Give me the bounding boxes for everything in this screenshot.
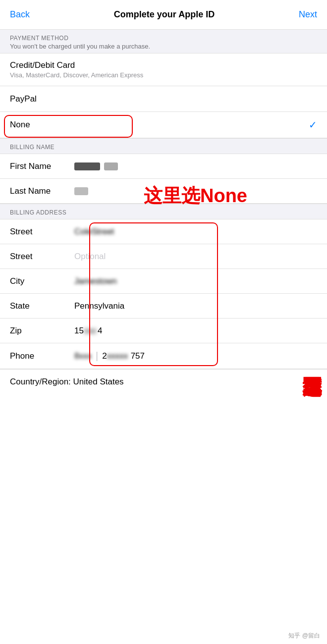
street-1-row[interactable]: Street ColeStreet (0, 219, 327, 244)
country-region-label: Country/Region: United States (10, 377, 124, 387)
payment-method-section-header: PAYMENT METHOD You won't be charged unti… (0, 30, 327, 54)
first-name-blurred-2 (104, 162, 118, 170)
billing-address-section-header: BILLING ADDRESS (0, 204, 327, 219)
phone-value-right: 2xxxxx757 (102, 351, 145, 361)
billing-name-section-header: BILLING NAME (0, 138, 327, 154)
state-label: State (10, 301, 74, 311)
first-name-row[interactable]: First Name (0, 154, 327, 179)
page-title: Complete your Apple ID (114, 9, 215, 20)
street-1-label: Street (10, 227, 74, 237)
payment-method-header-subtitle: You won't be charged until you make a pu… (10, 43, 317, 50)
city-value: Jamestown (74, 276, 117, 286)
zip-value: 15xxx4 (74, 326, 102, 336)
back-button[interactable]: Back (10, 9, 30, 20)
paypal-label: PayPal (10, 94, 37, 104)
zip-row[interactable]: Zip 15xxx4 (0, 319, 327, 343)
last-name-label: Last Name (10, 186, 74, 196)
phone-label: Phone (10, 351, 74, 361)
address-fields-container: Street ColeStreet Street Optional City J… (0, 219, 327, 369)
zip-label: Zip (10, 326, 74, 336)
street-2-row[interactable]: Street Optional (0, 244, 327, 269)
watermark: 知乎 @留白 (288, 632, 320, 640)
first-name-label: First Name (10, 161, 74, 171)
billing-name-title: BILLING NAME (10, 144, 317, 151)
last-name-row[interactable]: Last Name (0, 179, 327, 204)
billing-address-title: BILLING ADDRESS (10, 209, 317, 216)
phone-pipe: | (96, 350, 98, 362)
city-label: City (10, 276, 74, 286)
credit-debit-label: Credit/Debit Card (10, 60, 143, 70)
last-name-blurred (74, 187, 88, 195)
state-row[interactable]: State Pennsylvania (0, 294, 327, 319)
next-button[interactable]: Next (299, 9, 317, 20)
street-2-label: Street (10, 252, 74, 262)
street-1-value: ColeStreet (74, 227, 114, 237)
street-2-placeholder: Optional (74, 252, 106, 262)
city-row[interactable]: City Jamestown (0, 269, 327, 294)
first-name-blurred-1 (74, 162, 100, 170)
payment-option-paypal[interactable]: PayPal (0, 86, 327, 112)
none-label: None (10, 120, 30, 130)
payment-method-header-title: PAYMENT METHOD (10, 35, 317, 42)
phone-value-left: 8xxx (74, 351, 92, 361)
payment-option-none[interactable]: None ✓ (0, 112, 327, 138)
state-value: Pennsylvania (74, 301, 124, 311)
phone-row[interactable]: Phone 8xxx | 2xxxxx757 (0, 343, 327, 369)
checkmark-icon: ✓ (309, 119, 317, 131)
nav-bar: Back Complete your Apple ID Next (0, 0, 327, 30)
payment-option-credit-debit[interactable]: Credit/Debit Card Visa, MasterCard, Disc… (0, 54, 327, 86)
credit-debit-subtitle: Visa, MasterCard, Discover, American Exp… (10, 71, 143, 79)
country-region-row: Country/Region: United States (0, 369, 327, 394)
